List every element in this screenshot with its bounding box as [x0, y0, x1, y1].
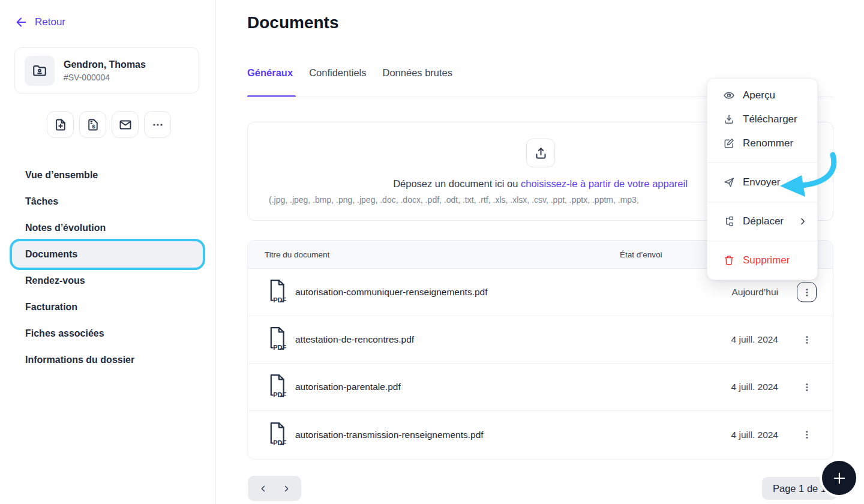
menu-item-deplacer[interactable]: Déplacer [707, 209, 817, 233]
menu-item-label: Télécharger [743, 113, 797, 125]
sidebar-item-label: Facturation [25, 302, 77, 313]
page-title: Documents [247, 13, 338, 32]
sidebar-item-label: Fiches associées [25, 328, 104, 339]
pdf-file-icon: PDF [268, 326, 286, 353]
svg-text:PDF: PDF [273, 439, 286, 446]
document-title: autorisation-communiquer-renseignements.… [295, 287, 488, 298]
sidebar-item-label: Notes d’évolution [25, 223, 106, 233]
upload-button[interactable] [526, 139, 555, 167]
eye-icon [723, 89, 735, 101]
row-menu-button[interactable] [797, 283, 817, 302]
menu-divider [707, 163, 817, 163]
tab-confidentiels[interactable]: Confidentiels [309, 67, 366, 79]
add-document-button[interactable] [47, 111, 74, 138]
table-row[interactable]: PDF attestation-de-rencontres.pdf 4 juil… [248, 316, 833, 364]
row-menu-button[interactable] [797, 425, 817, 445]
next-page-button[interactable] [282, 484, 291, 493]
accepted-formats: (.jpg, .jpeg, .bmp, .png, .jpeg, .doc, .… [269, 195, 639, 205]
sidebar-item-facturation[interactable]: Facturation [0, 294, 216, 320]
sidebar-item-rendez-vous[interactable]: Rendez-vous [0, 268, 216, 294]
folder-user-icon [25, 56, 55, 86]
arrow-left-icon [15, 16, 28, 29]
menu-item-label: Aperçu [743, 89, 775, 101]
back-label: Retour [35, 16, 65, 28]
quick-actions: $ [47, 111, 171, 138]
svg-text:PDF: PDF [273, 391, 286, 398]
sidebar-nav: Vue d’ensemble Tâches Notes d’évolution … [0, 162, 216, 373]
document-date: Aujourd’hui [731, 287, 778, 298]
sidebar-item-label: Vue d’ensemble [25, 170, 98, 181]
rename-icon [723, 137, 735, 149]
add-button[interactable] [822, 461, 856, 495]
sidebar-item-fiches-associees[interactable]: Fiches associées [0, 320, 216, 347]
menu-item-label: Renommer [743, 137, 793, 149]
download-icon [723, 113, 735, 125]
document-date: 4 juill. 2024 [731, 382, 778, 392]
menu-item-supprimer[interactable]: Supprimer [707, 248, 817, 272]
document-date: 4 juill. 2024 [731, 334, 778, 345]
client-name: Gendron, Thomas [64, 59, 146, 70]
menu-item-envoyer[interactable]: Envoyer [707, 170, 817, 194]
pagination [248, 476, 301, 501]
menu-item-label: Déplacer [743, 215, 784, 227]
previous-page-button[interactable] [259, 484, 268, 493]
more-actions-button[interactable] [144, 111, 171, 138]
sidebar-item-taches[interactable]: Tâches [0, 188, 216, 215]
menu-divider [707, 202, 817, 202]
choose-file-link[interactable]: choisissez-le à partir de votre appareil [521, 178, 688, 189]
trash-icon [723, 254, 735, 266]
invoice-icon: $ [86, 118, 100, 132]
mail-icon [118, 118, 133, 132]
tabs: Généraux Confidentiels Données brutes [247, 67, 452, 79]
sidebar-item-informations-du-dossier[interactable]: Informations du dossier [0, 347, 216, 373]
sidebar-item-label: Documents [25, 249, 77, 260]
upload-icon [533, 146, 548, 161]
menu-item-telecharger[interactable]: Télécharger [707, 107, 817, 131]
menu-item-label: Supprimer [743, 254, 790, 266]
document-title: autorisation-parentale.pdf [295, 382, 401, 392]
column-header-title: Titre du document [265, 250, 329, 259]
tab-generaux[interactable]: Généraux [247, 67, 293, 79]
client-file-number: #SV-000004 [64, 73, 146, 82]
client-card: Gendron, Thomas #SV-000004 [14, 47, 199, 94]
sidebar-item-label: Informations du dossier [25, 355, 134, 365]
svg-text:$: $ [92, 122, 95, 129]
send-icon [723, 176, 735, 188]
table-row[interactable]: PDF autorisation-parentale.pdf 4 juill. … [248, 364, 833, 411]
pdf-file-icon: PDF [268, 374, 286, 401]
table-row[interactable]: PDF autorisation-transmission-renseignem… [248, 411, 833, 458]
svg-text:PDF: PDF [273, 344, 286, 351]
row-menu-button[interactable] [797, 330, 817, 350]
back-button[interactable]: Retour [15, 16, 65, 29]
file-plus-icon [53, 118, 68, 132]
menu-item-renommer[interactable]: Renommer [707, 131, 817, 155]
sidebar: Retour Gendron, Thomas #SV-000004 [0, 0, 216, 504]
row-menu-button[interactable] [797, 377, 817, 397]
menu-item-label: Envoyer [743, 176, 780, 188]
page: Retour Gendron, Thomas #SV-000004 [0, 0, 864, 504]
sidebar-item-documents[interactable]: Documents [12, 241, 203, 268]
send-mail-button[interactable] [112, 111, 139, 138]
document-title: autorisation-transmission-renseignements… [295, 430, 484, 440]
document-title: attestation-de-rencontres.pdf [295, 334, 414, 345]
document-date: 4 juill. 2024 [731, 430, 778, 440]
menu-item-apercu[interactable]: Aperçu [707, 83, 817, 107]
plus-icon [832, 470, 847, 486]
menu-divider [707, 241, 817, 241]
pdf-file-icon: PDF [268, 279, 286, 306]
move-icon [723, 215, 735, 227]
column-header-status: État d’envoi [620, 250, 662, 259]
ellipsis-icon [151, 118, 165, 132]
sidebar-item-label: Tâches [25, 196, 58, 207]
document-context-menu: Aperçu Télécharger Renommer Envoyer [707, 78, 818, 280]
client-info: Gendron, Thomas #SV-000004 [64, 59, 146, 82]
invoice-button[interactable]: $ [79, 111, 106, 138]
dropzone-instruction-text: Déposez un document ici ou [393, 178, 521, 189]
chevron-right-icon [798, 217, 808, 226]
tab-donnees-brutes[interactable]: Données brutes [383, 67, 453, 79]
sidebar-item-notes-devolution[interactable]: Notes d’évolution [0, 215, 216, 241]
pdf-file-icon: PDF [268, 421, 286, 448]
sidebar-item-vue-densemble[interactable]: Vue d’ensemble [0, 162, 216, 188]
svg-text:PDF: PDF [273, 296, 286, 304]
sidebar-item-label: Rendez-vous [25, 275, 85, 286]
